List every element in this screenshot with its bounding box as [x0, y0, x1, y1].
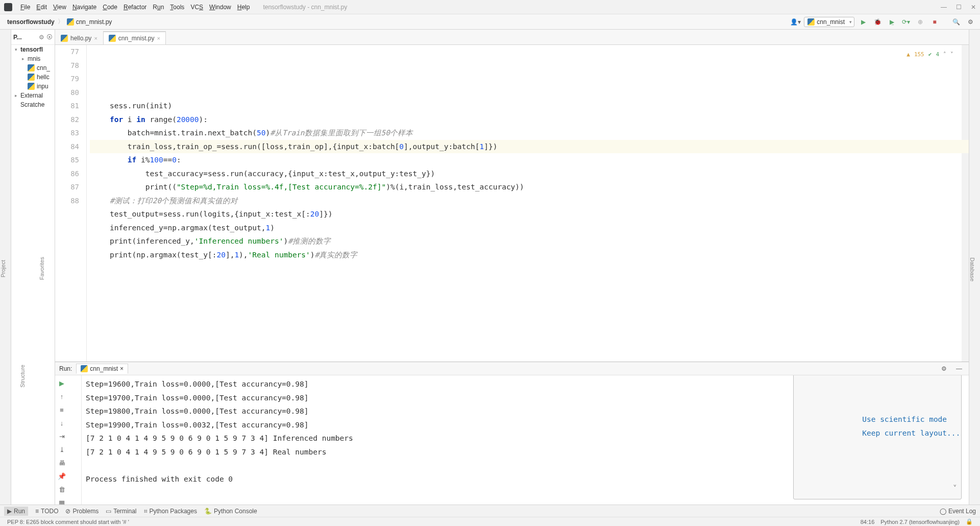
menu-refactor[interactable]: Refactor: [120, 3, 150, 12]
warning-icon: ▲: [906, 48, 910, 62]
interpreter-indicator[interactable]: Python 2.7 (tensorflowhuanjing): [877, 519, 963, 525]
run-tool-buttons: ▶ ↑ ■ ↓ ⇥ ⤓ 🖶 📌 🗑 ▦: [55, 375, 82, 505]
run-button[interactable]: ▶: [857, 16, 869, 28]
profile-button[interactable]: ⟳▾: [900, 16, 912, 28]
notification-numpy: iLooks like you're using NumPy Would you…: [793, 375, 962, 499]
navigation-bar: tensorflowstudy 〉 cnn_mnist.py 👤▾ cnn_mn…: [0, 14, 980, 30]
python-file-icon: [807, 18, 815, 26]
project-view-label[interactable]: P...: [13, 34, 21, 41]
editor-tab[interactable]: cnn_mnist.py×: [103, 31, 166, 44]
caret-position[interactable]: 84:16: [857, 519, 878, 525]
editor[interactable]: 777879808182838485868788 ▲155 ✔4 ˄ ˅ ses…: [55, 45, 969, 362]
bt-python-packages[interactable]: ⌗ Python Packages: [144, 508, 197, 515]
scroll-down-icon[interactable]: ↓: [56, 417, 67, 428]
search-everywhere-icon[interactable]: 🔍: [950, 16, 962, 28]
inspection-widget[interactable]: ▲155 ✔4 ˄ ˅: [906, 48, 953, 62]
stop-button[interactable]: ■: [929, 16, 940, 28]
run-settings-icon[interactable]: ⚙: [938, 363, 949, 374]
right-tool-stripe: Database SciView: [969, 30, 980, 505]
tree-item[interactable]: ▸External: [11, 91, 55, 100]
chevron-down-icon[interactable]: ˅: [950, 48, 953, 62]
bt-problems[interactable]: ⊘ Problems: [65, 508, 99, 515]
editor-tabs: hello.py×cnn_mnist.py×: [55, 30, 969, 45]
run-tab[interactable]: cnn_mnist×: [76, 364, 128, 374]
left-tool-stripe: Project Structure Favorites: [0, 30, 11, 505]
link-scientific-mode[interactable]: Use scientific mode: [862, 415, 947, 423]
scroll-to-end-icon[interactable]: ⤓: [56, 444, 67, 455]
stop-button[interactable]: ■: [56, 404, 67, 415]
chevron-up-icon[interactable]: ˄: [943, 48, 946, 62]
tw-structure[interactable]: Structure: [19, 365, 26, 388]
attach-button[interactable]: ⊕: [915, 16, 926, 28]
tree-item[interactable]: ▾tensorfl: [11, 45, 55, 54]
menu-file[interactable]: File: [17, 3, 33, 12]
menu-view[interactable]: View: [50, 3, 69, 12]
project-view-target-icon[interactable]: ⦿: [46, 34, 53, 41]
pin-icon[interactable]: 📌: [56, 470, 67, 482]
bt-run[interactable]: ▶ Run: [4, 507, 28, 516]
run-config-selector[interactable]: cnn_mnist: [804, 17, 854, 27]
menu-help[interactable]: Help: [234, 3, 253, 12]
breadcrumb-project[interactable]: tensorflowstudy: [4, 17, 58, 27]
breadcrumb-file[interactable]: cnn_mnist.py: [64, 17, 115, 27]
app-logo-icon: [4, 3, 12, 11]
python-file-icon: [61, 35, 68, 42]
python-file-icon: [81, 365, 88, 372]
rerun-button[interactable]: ▶: [56, 377, 67, 389]
scroll-up-icon[interactable]: ↑: [56, 391, 67, 402]
window-maximize-icon[interactable]: ☐: [956, 4, 962, 11]
close-icon[interactable]: ×: [157, 35, 160, 41]
tree-item[interactable]: inpu: [11, 82, 55, 91]
coverage-button[interactable]: ▶̤: [886, 16, 897, 28]
tree-item[interactable]: ▸mnis: [11, 54, 55, 63]
tree-item[interactable]: hellc: [11, 73, 55, 82]
bottom-tool-stripe: ▶ Run ≡ TODO ⊘ Problems ▭ Terminal ⌗ Pyt…: [0, 505, 980, 517]
chevron-down-icon[interactable]: ˅: [953, 482, 957, 495]
window-title: tensorflowstudy - cnn_mnist.py: [263, 4, 347, 11]
run-panel-title: Run:: [59, 365, 72, 372]
window-minimize-icon[interactable]: —: [941, 4, 947, 11]
editor-tab[interactable]: hello.py×: [55, 31, 103, 44]
hide-panel-icon[interactable]: —: [953, 363, 965, 374]
debug-button[interactable]: 🐞: [872, 16, 883, 28]
menu-run[interactable]: Run: [150, 3, 167, 12]
add-user-icon[interactable]: 👤▾: [790, 16, 801, 28]
layout-icon[interactable]: ▦: [56, 497, 67, 505]
bt-python-console[interactable]: 🐍 Python Console: [204, 508, 257, 515]
status-message: PEP 8: E265 block comment should start w…: [4, 519, 132, 525]
menu-navigate[interactable]: Navigate: [69, 3, 100, 12]
menu-edit[interactable]: Edit: [33, 3, 50, 12]
tw-favorites[interactable]: Favorites: [39, 257, 45, 280]
run-tool-window: Run: cnn_mnist× ⚙ — ▶ ↑ ■ ↓ ⇥ ⤓ 🖶 📌 🗑 ▦: [55, 362, 969, 505]
clear-all-icon[interactable]: 🗑: [56, 484, 67, 495]
link-keep-layout[interactable]: Keep current layout...: [862, 429, 960, 437]
ok-icon: ✔: [928, 48, 932, 62]
tree-item[interactable]: cnn_: [11, 63, 55, 73]
project-tool-window: P... ⚙ ⦿ ▾tensorfl▸mniscnn_hellcinpu▸Ext…: [11, 30, 55, 505]
close-icon[interactable]: ×: [94, 35, 97, 41]
lock-icon[interactable]: 🔒: [963, 518, 976, 525]
tw-project[interactable]: Project: [0, 260, 6, 277]
menu-window[interactable]: Window: [206, 3, 234, 12]
project-view-settings-icon[interactable]: ⚙: [39, 34, 44, 41]
menu-tools[interactable]: Tools: [167, 3, 187, 12]
tree-item[interactable]: Scratche: [11, 100, 55, 109]
code-area[interactable]: ▲155 ✔4 ˄ ˅ sess.run(init) for i in rang…: [90, 45, 969, 362]
print-icon[interactable]: 🖶: [56, 457, 67, 468]
window-close-icon[interactable]: ✕: [971, 4, 976, 11]
menu-vcs[interactable]: VCS: [187, 3, 206, 12]
bt-todo[interactable]: ≡ TODO: [35, 508, 58, 515]
tw-database[interactable]: Database: [969, 257, 975, 281]
settings-icon[interactable]: ⚙: [965, 16, 976, 28]
close-icon[interactable]: ×: [120, 365, 124, 372]
bt-terminal[interactable]: ▭ Terminal: [106, 508, 136, 515]
python-file-icon: [109, 35, 116, 42]
status-bar: PEP 8: E265 block comment should start w…: [0, 517, 980, 526]
console-output[interactable]: Step=19600,Train loss=0.0000,[Test accur…: [82, 375, 969, 505]
soft-wrap-icon[interactable]: ⇥: [56, 431, 67, 442]
menu-code[interactable]: Code: [100, 3, 120, 12]
line-gutter: 777879808182838485868788: [55, 45, 87, 362]
python-file-icon: [67, 18, 74, 26]
title-bar: File Edit View Navigate Code Refactor Ru…: [0, 0, 980, 14]
bt-event-log[interactable]: ◯ Event Log: [940, 508, 976, 515]
